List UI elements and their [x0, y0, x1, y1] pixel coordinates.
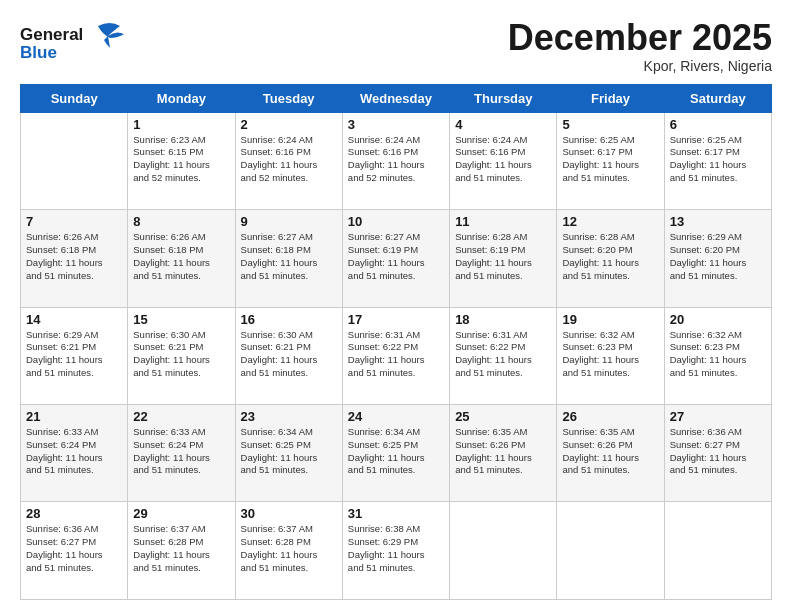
day-number: 23	[241, 409, 337, 424]
day-number: 30	[241, 506, 337, 521]
day-number: 12	[562, 214, 658, 229]
col-friday: Friday	[557, 84, 664, 112]
table-row: 11Sunrise: 6:28 AM Sunset: 6:19 PM Dayli…	[450, 210, 557, 307]
day-number: 8	[133, 214, 229, 229]
day-number: 2	[241, 117, 337, 132]
calendar-week-row: 1Sunrise: 6:23 AM Sunset: 6:15 PM Daylig…	[21, 112, 772, 209]
day-number: 25	[455, 409, 551, 424]
day-number: 29	[133, 506, 229, 521]
day-info: Sunrise: 6:35 AM Sunset: 6:26 PM Dayligh…	[455, 426, 551, 477]
day-info: Sunrise: 6:33 AM Sunset: 6:24 PM Dayligh…	[26, 426, 122, 477]
day-number: 3	[348, 117, 444, 132]
table-row: 12Sunrise: 6:28 AM Sunset: 6:20 PM Dayli…	[557, 210, 664, 307]
col-sunday: Sunday	[21, 84, 128, 112]
table-row	[21, 112, 128, 209]
table-row: 10Sunrise: 6:27 AM Sunset: 6:19 PM Dayli…	[342, 210, 449, 307]
day-info: Sunrise: 6:34 AM Sunset: 6:25 PM Dayligh…	[348, 426, 444, 477]
col-saturday: Saturday	[664, 84, 771, 112]
day-number: 28	[26, 506, 122, 521]
table-row: 30Sunrise: 6:37 AM Sunset: 6:28 PM Dayli…	[235, 502, 342, 600]
table-row: 7Sunrise: 6:26 AM Sunset: 6:18 PM Daylig…	[21, 210, 128, 307]
day-info: Sunrise: 6:38 AM Sunset: 6:29 PM Dayligh…	[348, 523, 444, 574]
day-info: Sunrise: 6:23 AM Sunset: 6:15 PM Dayligh…	[133, 134, 229, 185]
logo: General Blue	[20, 18, 130, 70]
day-info: Sunrise: 6:27 AM Sunset: 6:18 PM Dayligh…	[241, 231, 337, 282]
page: General Blue December 2025 Kpor, Rivers,…	[0, 0, 792, 612]
table-row: 18Sunrise: 6:31 AM Sunset: 6:22 PM Dayli…	[450, 307, 557, 404]
day-number: 5	[562, 117, 658, 132]
day-info: Sunrise: 6:30 AM Sunset: 6:21 PM Dayligh…	[133, 329, 229, 380]
col-wednesday: Wednesday	[342, 84, 449, 112]
day-info: Sunrise: 6:26 AM Sunset: 6:18 PM Dayligh…	[26, 231, 122, 282]
day-number: 18	[455, 312, 551, 327]
day-info: Sunrise: 6:31 AM Sunset: 6:22 PM Dayligh…	[455, 329, 551, 380]
day-info: Sunrise: 6:26 AM Sunset: 6:18 PM Dayligh…	[133, 231, 229, 282]
day-info: Sunrise: 6:24 AM Sunset: 6:16 PM Dayligh…	[241, 134, 337, 185]
table-row	[664, 502, 771, 600]
day-info: Sunrise: 6:29 AM Sunset: 6:21 PM Dayligh…	[26, 329, 122, 380]
table-row: 24Sunrise: 6:34 AM Sunset: 6:25 PM Dayli…	[342, 405, 449, 502]
calendar-table: Sunday Monday Tuesday Wednesday Thursday…	[20, 84, 772, 600]
table-row: 6Sunrise: 6:25 AM Sunset: 6:17 PM Daylig…	[664, 112, 771, 209]
day-info: Sunrise: 6:35 AM Sunset: 6:26 PM Dayligh…	[562, 426, 658, 477]
day-number: 21	[26, 409, 122, 424]
table-row: 8Sunrise: 6:26 AM Sunset: 6:18 PM Daylig…	[128, 210, 235, 307]
table-row: 2Sunrise: 6:24 AM Sunset: 6:16 PM Daylig…	[235, 112, 342, 209]
table-row	[450, 502, 557, 600]
day-info: Sunrise: 6:24 AM Sunset: 6:16 PM Dayligh…	[348, 134, 444, 185]
col-monday: Monday	[128, 84, 235, 112]
day-info: Sunrise: 6:32 AM Sunset: 6:23 PM Dayligh…	[670, 329, 766, 380]
table-row: 19Sunrise: 6:32 AM Sunset: 6:23 PM Dayli…	[557, 307, 664, 404]
day-info: Sunrise: 6:29 AM Sunset: 6:20 PM Dayligh…	[670, 231, 766, 282]
table-row: 23Sunrise: 6:34 AM Sunset: 6:25 PM Dayli…	[235, 405, 342, 502]
table-row: 5Sunrise: 6:25 AM Sunset: 6:17 PM Daylig…	[557, 112, 664, 209]
day-info: Sunrise: 6:32 AM Sunset: 6:23 PM Dayligh…	[562, 329, 658, 380]
table-row: 1Sunrise: 6:23 AM Sunset: 6:15 PM Daylig…	[128, 112, 235, 209]
day-info: Sunrise: 6:25 AM Sunset: 6:17 PM Dayligh…	[562, 134, 658, 185]
day-number: 24	[348, 409, 444, 424]
day-info: Sunrise: 6:36 AM Sunset: 6:27 PM Dayligh…	[26, 523, 122, 574]
day-info: Sunrise: 6:28 AM Sunset: 6:20 PM Dayligh…	[562, 231, 658, 282]
table-row: 25Sunrise: 6:35 AM Sunset: 6:26 PM Dayli…	[450, 405, 557, 502]
header: General Blue December 2025 Kpor, Rivers,…	[20, 18, 772, 74]
table-row: 21Sunrise: 6:33 AM Sunset: 6:24 PM Dayli…	[21, 405, 128, 502]
day-number: 11	[455, 214, 551, 229]
svg-text:General: General	[20, 25, 83, 44]
table-row: 22Sunrise: 6:33 AM Sunset: 6:24 PM Dayli…	[128, 405, 235, 502]
table-row: 28Sunrise: 6:36 AM Sunset: 6:27 PM Dayli…	[21, 502, 128, 600]
table-row: 17Sunrise: 6:31 AM Sunset: 6:22 PM Dayli…	[342, 307, 449, 404]
table-row	[557, 502, 664, 600]
day-number: 9	[241, 214, 337, 229]
day-number: 14	[26, 312, 122, 327]
day-info: Sunrise: 6:27 AM Sunset: 6:19 PM Dayligh…	[348, 231, 444, 282]
day-number: 22	[133, 409, 229, 424]
table-row: 9Sunrise: 6:27 AM Sunset: 6:18 PM Daylig…	[235, 210, 342, 307]
day-info: Sunrise: 6:36 AM Sunset: 6:27 PM Dayligh…	[670, 426, 766, 477]
calendar-header-row: Sunday Monday Tuesday Wednesday Thursday…	[21, 84, 772, 112]
day-number: 16	[241, 312, 337, 327]
table-row: 26Sunrise: 6:35 AM Sunset: 6:26 PM Dayli…	[557, 405, 664, 502]
table-row: 3Sunrise: 6:24 AM Sunset: 6:16 PM Daylig…	[342, 112, 449, 209]
month-title: December 2025	[508, 18, 772, 58]
day-info: Sunrise: 6:24 AM Sunset: 6:16 PM Dayligh…	[455, 134, 551, 185]
day-info: Sunrise: 6:37 AM Sunset: 6:28 PM Dayligh…	[241, 523, 337, 574]
day-number: 15	[133, 312, 229, 327]
day-number: 1	[133, 117, 229, 132]
table-row: 27Sunrise: 6:36 AM Sunset: 6:27 PM Dayli…	[664, 405, 771, 502]
day-number: 4	[455, 117, 551, 132]
calendar-week-row: 14Sunrise: 6:29 AM Sunset: 6:21 PM Dayli…	[21, 307, 772, 404]
day-number: 27	[670, 409, 766, 424]
day-info: Sunrise: 6:34 AM Sunset: 6:25 PM Dayligh…	[241, 426, 337, 477]
day-info: Sunrise: 6:28 AM Sunset: 6:19 PM Dayligh…	[455, 231, 551, 282]
day-number: 19	[562, 312, 658, 327]
calendar-week-row: 7Sunrise: 6:26 AM Sunset: 6:18 PM Daylig…	[21, 210, 772, 307]
day-number: 17	[348, 312, 444, 327]
col-tuesday: Tuesday	[235, 84, 342, 112]
day-number: 26	[562, 409, 658, 424]
day-number: 31	[348, 506, 444, 521]
day-number: 7	[26, 214, 122, 229]
day-info: Sunrise: 6:31 AM Sunset: 6:22 PM Dayligh…	[348, 329, 444, 380]
table-row: 13Sunrise: 6:29 AM Sunset: 6:20 PM Dayli…	[664, 210, 771, 307]
table-row: 20Sunrise: 6:32 AM Sunset: 6:23 PM Dayli…	[664, 307, 771, 404]
day-number: 13	[670, 214, 766, 229]
